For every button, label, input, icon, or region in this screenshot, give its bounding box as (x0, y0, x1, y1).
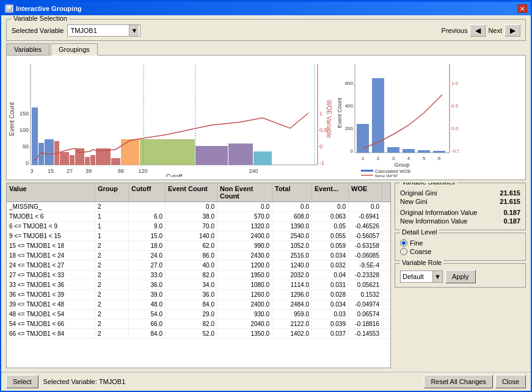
table-cell: -0.06085 (349, 251, 382, 260)
table-row[interactable]: 15 <= TMJOB1 < 18218.062.0990.01052.00.0… (7, 241, 390, 251)
new-iv-value: 0.187 (503, 217, 520, 225)
svg-text:27: 27 (67, 168, 73, 174)
variable-stats-box: Variable Statistics Original Gini 21.615… (395, 183, 526, 230)
table-cell: 36.0 (166, 290, 217, 299)
variable-combo-arrow[interactable]: ▼ (129, 25, 139, 36)
table-row[interactable]: 24 <= TMJOB1 < 27227.040.01200.01240.00.… (7, 261, 390, 270)
table-cell: 140.0 (166, 231, 217, 241)
tab-groupings[interactable]: Groupings (51, 43, 98, 56)
variable-combo[interactable]: TMJOB1 ▼ (67, 24, 140, 37)
table-cell: 1114.0 (272, 280, 312, 289)
tab-variables[interactable]: Variables (6, 43, 49, 56)
table-cell: 0.0 (166, 202, 217, 211)
stats-section: Variable Statistics Original Gini 21.615… (395, 183, 526, 368)
table-row[interactable]: 39 <= TMJOB1 < 48248.084.02400.02484.00.… (7, 300, 390, 310)
close-button[interactable]: ✕ (517, 4, 527, 13)
table-cell: 1 (95, 231, 129, 241)
table-row[interactable]: 27 <= TMJOB1 < 33233.082.01950.02032.00.… (7, 270, 390, 280)
new-iv-row: New Information Value 0.187 (400, 217, 520, 225)
table-cell: TMJOB1 < 6 (7, 212, 95, 221)
select-button[interactable]: Select (6, 375, 38, 388)
table-cell: 0.0 (272, 202, 312, 211)
table-cell: 1080.0 (217, 280, 272, 289)
table-row[interactable]: 36 <= TMJOB1 < 39239.036.01260.01296.00.… (7, 290, 390, 300)
table-cell: 1200.0 (217, 261, 272, 270)
svg-rect-23 (140, 139, 195, 165)
table-row[interactable]: 48 <= TMJOB1 < 54254.029.0930.0959.00.03… (7, 310, 390, 319)
tabs-row: Variables Groupings (6, 43, 526, 56)
variable-combo-value: TMJOB1 (69, 27, 129, 34)
table-cell: 62.0 (166, 241, 217, 250)
original-iv-label: Original Information Value (400, 209, 477, 216)
svg-rect-24 (195, 146, 228, 165)
table-cell: 0.028 (312, 290, 349, 299)
table-cell: -9.5E-4 (349, 261, 382, 270)
coarse-option-row: Coarse (400, 248, 520, 255)
table-row[interactable]: 9 <= TMJOB1 < 15115.0140.02400.02540.00.… (7, 231, 390, 241)
table-body[interactable]: _MISSING_20.00.00.00.00.0TMJOB1 < 616.03… (7, 202, 390, 368)
coarse-radio[interactable] (400, 248, 407, 255)
table-row[interactable]: 18 <= TMJOB1 < 24224.086.02430.02516.00.… (7, 251, 390, 261)
previous-button[interactable]: ◀ (470, 24, 486, 37)
table-cell: -0.63158 (349, 241, 382, 250)
charts-row: Event Count WOE Variable 0 50 100 150 (6, 55, 526, 180)
table-row[interactable]: 6 <= TMJOB1 < 919.070.01320.01390.00.05-… (7, 222, 390, 231)
reset-button[interactable]: Reset All Changes (424, 375, 493, 388)
col-woe: WOE (349, 183, 382, 201)
table-cell: -0.6941 (349, 212, 382, 221)
table-cell: 2 (95, 329, 129, 338)
table-row[interactable]: TMJOB1 < 616.038.0570.0608.00.063-0.6941 (7, 212, 390, 222)
svg-text:New WOE: New WOE (375, 173, 398, 177)
table-row[interactable]: _MISSING_20.00.00.00.00.0 (7, 202, 390, 212)
table-cell: 2122.0 (272, 319, 312, 328)
table-cell: 82.0 (166, 319, 217, 328)
table-row[interactable]: 33 <= TMJOB1 < 36236.034.01080.01114.00.… (7, 280, 390, 290)
table-cell: 9.0 (129, 222, 166, 231)
left-chart-svg: Event Count WOE Variable 0 50 100 150 (9, 58, 333, 177)
svg-text:0: 0 (26, 160, 29, 166)
table-cell: 0.037 (312, 329, 349, 338)
table-cell: 2 (95, 280, 129, 289)
table-cell: 2032.0 (272, 270, 312, 280)
table-cell: _MISSING_ (7, 202, 95, 211)
next-button[interactable]: ▶ (505, 24, 520, 37)
svg-text:66: 66 (118, 168, 124, 174)
table-cell: 570.0 (217, 212, 272, 221)
var-role-value: Default (401, 273, 432, 280)
table-cell: 54 <= TMJOB1 < 66 (7, 319, 95, 328)
var-role-arrow[interactable]: ▼ (432, 271, 442, 282)
table-cell (129, 202, 166, 211)
detail-level-label: Detail Level (400, 228, 439, 236)
svg-rect-72 (387, 147, 399, 153)
close-button-footer[interactable]: Close (495, 375, 526, 388)
table-cell: 1402.0 (272, 329, 312, 338)
fine-radio[interactable] (400, 239, 407, 247)
svg-rect-26 (253, 151, 272, 165)
svg-text:0: 0 (351, 148, 354, 154)
svg-text:150: 150 (20, 111, 29, 117)
table-cell: 66 <= TMJOB1 < 84 (7, 329, 95, 338)
svg-text:1: 1 (319, 111, 322, 117)
table-cell: -0.46526 (349, 222, 382, 231)
variable-selection-label: Variable Selection (12, 15, 69, 22)
table-cell: 0.063 (312, 212, 349, 221)
table-cell: 0.0 (312, 202, 349, 211)
window-icon: 📊 (5, 4, 13, 13)
svg-text:6: 6 (438, 156, 441, 161)
table-row[interactable]: 66 <= TMJOB1 < 84284.052.01350.01402.00.… (7, 329, 390, 339)
svg-text:600: 600 (345, 81, 354, 86)
svg-rect-17 (75, 148, 84, 165)
svg-text:Event Count: Event Count (9, 102, 15, 136)
svg-text:39: 39 (86, 168, 92, 174)
table-cell: -0.18816 (349, 319, 382, 328)
table-cell: 0.06574 (349, 310, 382, 319)
table-cell: 48 <= TMJOB1 < 54 (7, 310, 95, 319)
svg-rect-75 (433, 151, 445, 153)
col-event-rate: Event... (312, 183, 349, 201)
apply-button[interactable]: Apply (445, 270, 476, 283)
svg-rect-73 (403, 149, 415, 153)
var-role-combo[interactable]: Default ▼ (400, 270, 443, 283)
table-row[interactable]: 54 <= TMJOB1 < 66266.082.02040.02122.00.… (7, 319, 390, 329)
new-gini-label: New Gini (400, 198, 428, 205)
variable-selection-box: Variable Selection Selected Variable TMJ… (6, 19, 526, 41)
